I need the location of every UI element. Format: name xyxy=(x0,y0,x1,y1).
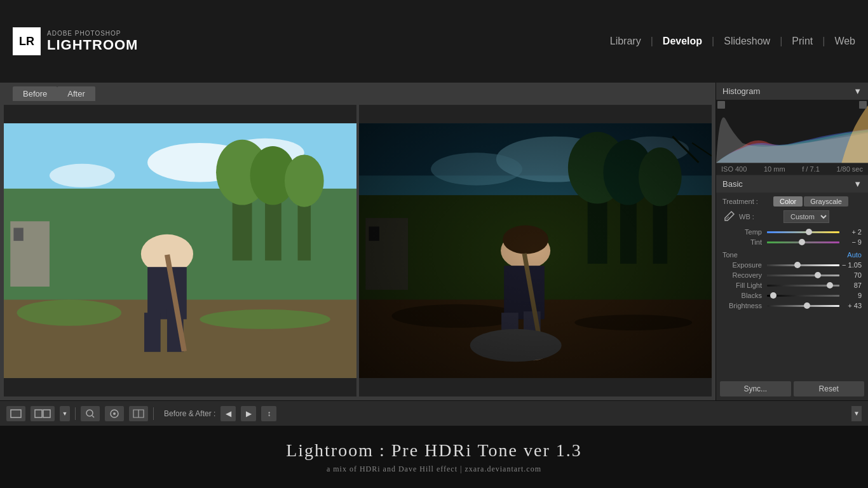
tint-row: Tint − 9 xyxy=(722,238,862,246)
compare-btn[interactable] xyxy=(129,406,148,421)
svg-point-14 xyxy=(200,309,330,329)
before-photo xyxy=(4,105,356,396)
svg-rect-56 xyxy=(35,410,42,417)
sep-1 xyxy=(75,407,76,420)
brightness-track[interactable] xyxy=(767,305,839,307)
fill-label: Fill Light xyxy=(722,281,767,289)
auto-btn[interactable]: Auto xyxy=(847,251,862,259)
nav-sep-3: | xyxy=(780,36,782,47)
svg-rect-52 xyxy=(359,123,712,378)
after-photo xyxy=(359,105,712,396)
nav-sep-2: | xyxy=(712,36,714,47)
nav-develop[interactable]: Develop xyxy=(663,36,702,47)
wb-select[interactable]: Custom xyxy=(783,210,829,223)
blacks-thumb[interactable] xyxy=(770,292,776,299)
before-after-label: Before & After : xyxy=(164,409,215,418)
panel-tabs: Before After xyxy=(0,83,715,101)
svg-rect-16 xyxy=(13,228,23,241)
brightness-row: Brightness + 43 xyxy=(722,302,862,309)
blacks-label: Blacks xyxy=(722,292,767,299)
tint-thumb[interactable] xyxy=(799,239,805,245)
view-dropdown[interactable]: ▼ xyxy=(60,406,70,421)
bottom-toolbar: ▼ Before & After : ◀ ▶ ↕ ▼ xyxy=(0,400,868,426)
color-btn[interactable]: Color xyxy=(773,196,803,207)
ba-next-btn[interactable]: ▶ xyxy=(241,406,256,421)
histogram-info: ISO 400 10 mm f / 7.1 1/80 sec xyxy=(716,163,868,175)
ba-swap-btn[interactable]: ↕ xyxy=(261,406,276,421)
lr-badge: LR xyxy=(13,27,41,55)
eyedropper-icon xyxy=(722,210,735,223)
recovery-thumb[interactable] xyxy=(815,272,821,278)
loupe-btn[interactable] xyxy=(81,406,100,421)
right-panel: Histogram ▼ ISO 400 xyxy=(715,83,868,400)
exposure-thumb[interactable] xyxy=(794,262,801,268)
temp-value: + 2 xyxy=(839,228,862,236)
nav-slideshow[interactable]: Slideshow xyxy=(724,36,770,47)
blacks-track[interactable] xyxy=(767,295,839,297)
temp-label: Temp xyxy=(722,228,767,236)
basic-dropdown-icon[interactable]: ▼ xyxy=(853,179,862,189)
histogram-warning-left[interactable] xyxy=(717,101,725,109)
exposure-track[interactable] xyxy=(767,264,839,266)
split-view-btn[interactable] xyxy=(31,406,55,421)
svg-point-11 xyxy=(285,154,324,207)
nav-menu: Library | Develop | Slideshow | Print | … xyxy=(610,36,855,47)
fill-value: 87 xyxy=(839,281,862,289)
temp-track[interactable] xyxy=(767,231,839,233)
histogram-warning-right[interactable] xyxy=(859,101,867,109)
nav-library[interactable]: Library xyxy=(610,36,641,47)
blacks-row: Blacks 9 xyxy=(722,292,862,299)
fill-track[interactable] xyxy=(767,285,839,287)
svg-point-4 xyxy=(50,164,115,187)
toolbar-end-dropdown[interactable]: ▼ xyxy=(851,406,862,421)
basic-header: Basic ▼ xyxy=(716,175,868,193)
recovery-track[interactable] xyxy=(767,274,839,276)
svg-rect-57 xyxy=(43,410,50,417)
adobe-text: ADOBE PHOTOSHOP xyxy=(47,30,138,37)
tint-value: − 9 xyxy=(839,238,862,246)
sync-reset-row: Sync... Reset xyxy=(716,377,868,400)
tint-label: Tint xyxy=(722,238,767,246)
temp-thumb[interactable] xyxy=(806,229,812,235)
logo-text: ADOBE PHOTOSHOP LIGHTROOM xyxy=(47,30,138,53)
tone-section-header: Tone Auto xyxy=(722,251,862,259)
blacks-value: 9 xyxy=(839,292,862,299)
temp-row: Temp + 2 xyxy=(722,228,862,236)
svg-rect-55 xyxy=(11,410,21,417)
recovery-value: 70 xyxy=(839,271,862,279)
brightness-thumb[interactable] xyxy=(804,302,810,309)
cycle-btn[interactable] xyxy=(105,406,124,421)
sync-button[interactable]: Sync... xyxy=(720,381,791,396)
fill-thumb[interactable] xyxy=(827,282,833,288)
nav-web[interactable]: Web xyxy=(834,36,855,47)
exposure-value: − 1.05 xyxy=(839,261,862,269)
logo-area: LR ADOBE PHOTOSHOP LIGHTROOM xyxy=(13,27,138,55)
nav-print[interactable]: Print xyxy=(792,36,813,47)
treatment-label: Treatment : xyxy=(722,198,767,205)
brightness-label: Brightness xyxy=(722,302,767,309)
iso-info: ISO 400 xyxy=(721,165,747,173)
histogram-dropdown-icon[interactable]: ▼ xyxy=(853,86,862,96)
ba-prev-btn[interactable]: ◀ xyxy=(220,406,236,421)
after-tab[interactable]: After xyxy=(57,86,95,101)
histogram-title: Histogram xyxy=(722,86,760,96)
svg-point-58 xyxy=(86,410,93,416)
aperture-info: f / 7.1 xyxy=(802,165,820,173)
basic-title: Basic xyxy=(722,179,743,189)
recovery-row: Recovery 70 xyxy=(722,271,862,279)
exposure-row: Exposure − 1.05 xyxy=(722,261,862,269)
watermark: Lightroom : Pre HDRi Tone ver 1.3 a mix … xyxy=(0,426,868,488)
watermark-subtitle: a mix of HDRi and Dave Hill effect | zxa… xyxy=(327,464,541,474)
grayscale-btn[interactable]: Grayscale xyxy=(804,196,848,207)
single-view-btn[interactable] xyxy=(6,406,25,421)
tint-track[interactable] xyxy=(767,241,839,243)
histogram-area xyxy=(716,100,868,163)
lightroom-text: LIGHTROOM xyxy=(47,37,138,53)
svg-point-61 xyxy=(113,412,116,415)
reset-button[interactable]: Reset xyxy=(794,381,865,396)
svg-line-59 xyxy=(92,416,94,417)
before-tab[interactable]: Before xyxy=(13,86,57,101)
treatment-row: Treatment : Color Grayscale xyxy=(722,196,862,207)
focal-info: 10 mm xyxy=(764,165,785,173)
photo-panels: Before After xyxy=(0,83,715,400)
